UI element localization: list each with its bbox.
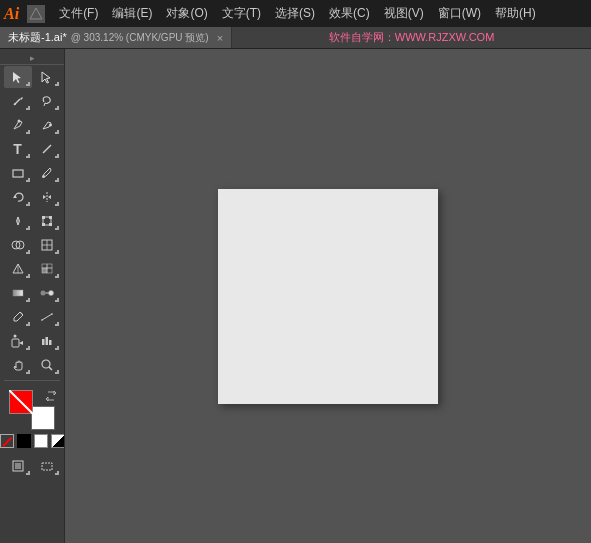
tool-corner — [26, 370, 30, 374]
tool-corner — [55, 106, 59, 110]
width-tool[interactable] — [4, 210, 32, 232]
svg-point-36 — [48, 291, 53, 296]
menu-item[interactable]: 窗口(W) — [432, 3, 487, 24]
tool-corner — [26, 106, 30, 110]
change-screen-mode-tool[interactable] — [4, 455, 32, 477]
free-transform-tool[interactable] — [33, 210, 61, 232]
graph-tool[interactable] — [33, 330, 61, 352]
tool-corner — [26, 154, 30, 158]
menu-item[interactable]: 编辑(E) — [106, 3, 158, 24]
reflect-tool[interactable] — [33, 186, 61, 208]
type-tool[interactable]: T — [4, 138, 32, 160]
type-icon: T — [13, 141, 22, 157]
add-anchor-tool[interactable] — [33, 114, 61, 136]
perspective-grid-tool[interactable] — [4, 258, 32, 280]
mesh-tool[interactable] — [33, 258, 61, 280]
menu-item[interactable]: 视图(V) — [378, 3, 430, 24]
svg-rect-34 — [13, 290, 23, 296]
stroke-swatch[interactable] — [31, 406, 55, 430]
gradient-tool[interactable] — [4, 282, 32, 304]
none-swatch[interactable] — [0, 434, 14, 448]
title-bar: Ai 文件(F)编辑(E)对象(O)文字(T)选择(S)效果(C)视图(V)窗口… — [0, 0, 591, 27]
rotate-tool[interactable] — [4, 186, 32, 208]
direct-select-tool[interactable] — [33, 66, 61, 88]
zoom-tool[interactable] — [33, 354, 61, 376]
menu-item[interactable]: 效果(C) — [323, 3, 376, 24]
rect-tool[interactable] — [4, 162, 32, 184]
svg-marker-0 — [30, 8, 42, 19]
tool-row-4: T — [0, 137, 64, 161]
canvas-area — [65, 49, 591, 543]
gradient-swatch[interactable] — [51, 434, 65, 448]
black-fill-swatch[interactable] — [17, 434, 31, 448]
svg-point-5 — [14, 103, 16, 105]
magic-wand-tool[interactable] — [4, 90, 32, 112]
hand-tool[interactable] — [4, 354, 32, 376]
svg-rect-52 — [42, 463, 52, 470]
tool-row-7 — [0, 209, 64, 233]
line-tool[interactable] — [33, 138, 61, 160]
swatch-row — [0, 434, 65, 448]
svg-rect-20 — [49, 216, 52, 219]
svg-rect-11 — [13, 170, 23, 177]
live-paint-tool[interactable] — [33, 234, 61, 256]
svg-marker-15 — [43, 195, 46, 199]
svg-point-35 — [40, 291, 45, 296]
select-tool[interactable] — [4, 66, 32, 88]
lasso-tool[interactable] — [33, 90, 61, 112]
svg-point-47 — [42, 360, 50, 368]
white-stroke-swatch[interactable] — [34, 434, 48, 448]
pen-tool[interactable] — [4, 114, 32, 136]
main-area: ▸ — [0, 49, 591, 543]
symbol-sprayer-tool[interactable] — [4, 330, 32, 352]
menu-item[interactable]: 文件(F) — [53, 3, 104, 24]
tab-label: 未标题-1.ai* — [8, 30, 67, 45]
svg-rect-30 — [42, 268, 47, 273]
measure-tool[interactable] — [33, 306, 61, 328]
menu-bar: 文件(F)编辑(E)对象(O)文字(T)选择(S)效果(C)视图(V)窗口(W)… — [53, 3, 542, 24]
swap-colors-icon[interactable] — [45, 390, 57, 402]
artboard-tool[interactable] — [33, 455, 61, 477]
menu-item[interactable]: 选择(S) — [269, 3, 321, 24]
svg-rect-21 — [42, 223, 45, 226]
toolbar-collapse[interactable]: ▸ — [0, 51, 64, 65]
tool-corner — [26, 346, 30, 350]
menu-item[interactable]: 对象(O) — [160, 3, 213, 24]
eyedropper-tool[interactable] — [4, 306, 32, 328]
tool-row-11 — [0, 305, 64, 329]
menu-item[interactable]: 帮助(H) — [489, 3, 542, 24]
ai-logo: Ai — [4, 5, 19, 23]
svg-rect-45 — [45, 337, 48, 345]
tab-close-button[interactable]: × — [217, 32, 223, 44]
illustrator-icon — [27, 5, 45, 23]
active-tab[interactable]: 未标题-1.ai* @ 303.12% (CMYK/GPU 预览) × — [0, 27, 232, 48]
tool-corner — [55, 346, 59, 350]
tool-corner — [55, 250, 59, 254]
tab-info: @ 303.12% (CMYK/GPU 预览) — [71, 31, 209, 45]
svg-rect-42 — [12, 339, 19, 347]
tool-corner — [26, 250, 30, 254]
svg-rect-22 — [49, 223, 52, 226]
color-swatches — [7, 390, 57, 430]
tool-corner — [55, 226, 59, 230]
paintbrush-tool[interactable] — [33, 162, 61, 184]
svg-line-6 — [44, 103, 45, 106]
svg-marker-13 — [13, 195, 17, 198]
menu-item[interactable]: 文字(T) — [216, 3, 267, 24]
tool-corner — [26, 274, 30, 278]
svg-rect-51 — [15, 463, 21, 469]
tool-corner — [26, 82, 30, 86]
tool-row-2 — [0, 89, 64, 113]
svg-rect-32 — [42, 264, 47, 268]
blend-tool[interactable] — [33, 282, 61, 304]
tool-corner — [55, 274, 59, 278]
tool-corner — [26, 130, 30, 134]
svg-point-12 — [42, 175, 45, 178]
fill-swatch[interactable] — [9, 390, 33, 414]
tool-corner — [55, 471, 59, 475]
svg-point-43 — [13, 335, 16, 338]
tool-corner — [55, 298, 59, 302]
tool-corner — [26, 298, 30, 302]
toolbar-separator — [4, 380, 60, 381]
shape-builder-tool[interactable] — [4, 234, 32, 256]
